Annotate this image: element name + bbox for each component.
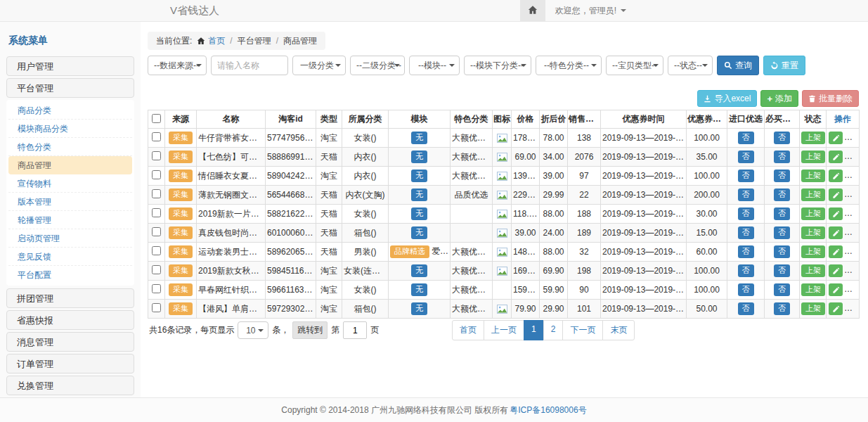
search-input[interactable] — [211, 56, 288, 75]
pager-prev[interactable]: 上一页 — [484, 320, 524, 340]
module-badge[interactable]: 无 — [411, 151, 427, 163]
edit-button[interactable] — [829, 302, 843, 315]
edit-button[interactable] — [829, 245, 843, 258]
status-badge[interactable]: 上架 — [801, 264, 825, 277]
import-toggle[interactable]: 否 — [738, 283, 754, 296]
sidebar-subitem[interactable]: 轮播管理 — [8, 211, 132, 229]
edit-button[interactable] — [829, 207, 843, 220]
status-badge[interactable]: 上架 — [801, 245, 825, 258]
status-badge[interactable]: 上架 — [801, 302, 825, 315]
edit-button[interactable] — [829, 151, 843, 163]
pager-last[interactable]: 末页 — [602, 320, 635, 340]
module-badge[interactable]: 品牌精选 — [390, 245, 429, 258]
import-toggle[interactable]: 否 — [738, 188, 754, 201]
edit-button[interactable] — [829, 132, 843, 144]
home-button[interactable] — [520, 0, 545, 21]
row-checkbox[interactable] — [152, 208, 161, 217]
pager-page-1[interactable]: 1 — [524, 320, 544, 340]
row-checkbox[interactable] — [152, 227, 161, 236]
module-badge[interactable]: 无 — [411, 188, 427, 201]
status-badge[interactable]: 上架 — [801, 188, 825, 201]
edit-button[interactable] — [829, 188, 843, 201]
filter-select[interactable]: --模块-- — [409, 56, 460, 75]
row-checkbox[interactable] — [152, 151, 161, 160]
filter-select[interactable]: --模块下分类-- — [464, 56, 531, 75]
filter-select[interactable]: --特色分类-- — [536, 56, 602, 75]
sidebar-subitem[interactable]: 宣传物料 — [8, 174, 132, 193]
status-badge[interactable]: 上架 — [801, 151, 825, 163]
filter-select[interactable]: --二级分类-- — [350, 56, 405, 75]
module-badge[interactable]: 无 — [411, 226, 427, 239]
filter-select[interactable]: --数据来源-- — [148, 56, 207, 75]
row-checkbox[interactable] — [152, 189, 161, 198]
breadcrumb-home-link[interactable]: 首页 — [208, 35, 225, 47]
import-toggle[interactable]: 否 — [738, 264, 754, 277]
module-badge[interactable]: 无 — [411, 283, 427, 296]
icp-link[interactable]: 粤ICP备16098006号 — [510, 404, 586, 416]
mustbuy-toggle[interactable]: 否 — [774, 264, 790, 277]
import-toggle[interactable]: 否 — [738, 207, 754, 220]
sidebar-subitem[interactable]: 启动页管理 — [8, 229, 132, 248]
import-toggle[interactable]: 否 — [738, 170, 754, 182]
filter-select[interactable]: --状态-- — [668, 56, 713, 75]
mustbuy-toggle[interactable]: 否 — [774, 151, 790, 163]
filter-select[interactable]: --宝贝类型-- — [606, 56, 663, 75]
status-badge[interactable]: 上架 — [801, 170, 825, 182]
import-toggle[interactable]: 否 — [738, 302, 754, 315]
sidebar-group-item[interactable]: 省惠快报 — [6, 310, 134, 330]
sidebar-subitem[interactable]: 商品分类 — [8, 101, 132, 120]
mustbuy-toggle[interactable]: 否 — [774, 207, 790, 220]
module-badge[interactable]: 无 — [411, 302, 427, 315]
jump-button[interactable]: 跳转到 — [292, 321, 328, 339]
row-checkbox[interactable] — [152, 284, 161, 293]
edit-button[interactable] — [829, 170, 843, 182]
add-button[interactable]: + 添加 — [760, 90, 798, 107]
sidebar-item-users[interactable]: 用户管理 — [6, 56, 134, 76]
status-badge[interactable]: 上架 — [801, 207, 825, 220]
module-badge[interactable]: 无 — [411, 207, 427, 220]
edit-button[interactable] — [829, 226, 843, 239]
mustbuy-toggle[interactable]: 否 — [774, 170, 790, 182]
batch-delete-button[interactable]: 批量删除 — [802, 90, 859, 107]
page-size-select[interactable]: 10 — [238, 321, 268, 339]
page-number-input[interactable] — [343, 321, 367, 339]
mustbuy-toggle[interactable]: 否 — [774, 132, 790, 144]
pager-next[interactable]: 下一页 — [562, 320, 603, 340]
module-badge[interactable]: 无 — [411, 132, 427, 144]
mustbuy-toggle[interactable]: 否 — [774, 302, 790, 315]
row-checkbox[interactable] — [152, 170, 161, 179]
mustbuy-toggle[interactable]: 否 — [774, 283, 790, 296]
edit-button[interactable] — [829, 264, 843, 277]
sidebar-group-item[interactable]: 订单管理 — [6, 354, 134, 373]
row-checkbox[interactable] — [152, 132, 161, 141]
import-toggle[interactable]: 否 — [738, 245, 754, 258]
edit-button[interactable] — [829, 283, 843, 296]
sidebar-subitem[interactable]: 特色分类 — [8, 138, 132, 156]
sidebar-item-platform[interactable]: 平台管理 — [6, 78, 134, 98]
status-badge[interactable]: 上架 — [801, 226, 825, 239]
import-toggle[interactable]: 否 — [738, 132, 754, 144]
pager-first[interactable]: 首页 — [452, 320, 484, 340]
breadcrumb-parent[interactable]: 平台管理 — [238, 35, 271, 47]
row-checkbox[interactable] — [152, 265, 161, 274]
user-menu[interactable]: 欢迎您，管理员! — [545, 5, 636, 17]
row-checkbox[interactable] — [152, 303, 161, 312]
search-button[interactable]: 查询 — [717, 56, 759, 75]
module-badge[interactable]: 无 — [411, 264, 427, 277]
mustbuy-toggle[interactable]: 否 — [774, 226, 790, 239]
reset-button[interactable]: 重置 — [763, 56, 805, 75]
sidebar-group-item[interactable]: 拼团管理 — [6, 288, 134, 308]
sidebar-subitem[interactable]: 模块商品分类 — [8, 120, 132, 138]
import-excel-button[interactable]: 导入excel — [697, 90, 757, 107]
import-toggle[interactable]: 否 — [738, 226, 754, 239]
sidebar-subitem[interactable]: 商品管理 — [8, 156, 132, 174]
sidebar-group-item[interactable]: 消息管理 — [6, 332, 134, 352]
sidebar-group-item[interactable]: 兑换管理 — [6, 376, 134, 395]
filter-select[interactable]: 一级分类 — [292, 56, 346, 75]
pager-page-2[interactable]: 2 — [543, 320, 564, 340]
sidebar-subitem[interactable]: 意见反馈 — [8, 248, 132, 266]
sidebar-subitem[interactable]: 平台配置 — [8, 266, 132, 284]
module-badge[interactable]: 无 — [411, 170, 427, 182]
select-all-checkbox[interactable] — [152, 114, 161, 123]
row-checkbox[interactable] — [152, 246, 161, 255]
